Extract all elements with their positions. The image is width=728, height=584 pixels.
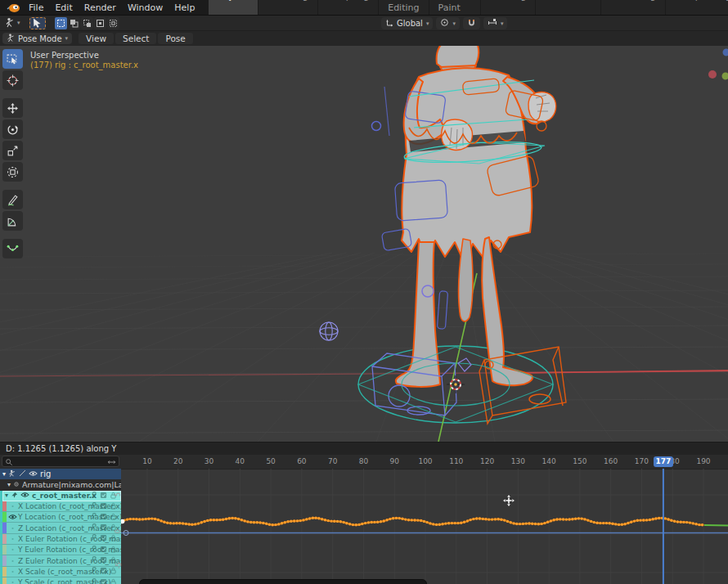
modifier-wrench-icon[interactable]: [90, 567, 97, 576]
mute-checkbox-icon[interactable]: [100, 502, 107, 511]
toe-control[interactable]: [458, 358, 471, 371]
menubar-menu-help[interactable]: Help: [169, 0, 200, 16]
editor-type-dropdown[interactable]: ▾: [3, 15, 22, 32]
object-channel-row[interactable]: ▾ rig: [0, 469, 121, 479]
tool-move-button[interactable]: [2, 98, 23, 118]
workspace-tab-rendering[interactable]: Rendering: [601, 0, 665, 15]
modifier-wrench-icon[interactable]: [90, 492, 97, 501]
tool-scale-button[interactable]: [2, 141, 23, 160]
workspace-tab-compositing[interactable]: Compositing: [666, 0, 728, 15]
viewport-3d-scene[interactable]: [0, 46, 728, 442]
transform-orientation-dropdown[interactable]: Global ▾: [381, 17, 433, 29]
lock-icon[interactable]: [110, 546, 117, 555]
workspace-tab-shading[interactable]: Shading: [481, 0, 536, 15]
modifier-wrench-icon[interactable]: [90, 502, 97, 511]
mute-checkbox-icon[interactable]: [100, 523, 107, 532]
fcurve-canvas[interactable]: [121, 469, 728, 584]
visibility-eye-icon[interactable]: [7, 514, 18, 520]
tool-measure-button[interactable]: [2, 211, 23, 231]
search-input[interactable]: [13, 456, 107, 466]
modifier-wrench-icon[interactable]: [90, 546, 97, 555]
modifier-wrench-icon[interactable]: [90, 513, 97, 522]
eye-icon[interactable]: [29, 469, 38, 478]
expand-triangle-icon[interactable]: ▾: [7, 482, 11, 488]
visibility-eye-icon[interactable]: [7, 568, 18, 575]
menubar-menu-render[interactable]: Render: [79, 0, 122, 16]
pivot-point-dropdown[interactable]: ▾: [436, 17, 460, 29]
empty-sphere-widget[interactable]: [320, 322, 338, 340]
workspace-tab-texture-paint[interactable]: Texture Paint: [429, 0, 480, 15]
menubar-menu-edit[interactable]: Edit: [49, 0, 78, 16]
active-tool-button[interactable]: [29, 17, 46, 29]
visibility-eye-icon[interactable]: [7, 503, 18, 510]
channel-row[interactable]: Z Location (c_root_master.x): [0, 523, 121, 533]
pin-icon[interactable]: [11, 492, 18, 501]
visibility-eye-icon[interactable]: [7, 579, 18, 584]
select-mode-new-button[interactable]: [55, 17, 67, 29]
modifier-wrench-icon[interactable]: [90, 556, 97, 565]
tool-cursor-button[interactable]: [2, 70, 23, 90]
navigation-gizmo[interactable]: [708, 49, 728, 80]
modifier-wrench-icon[interactable]: [90, 534, 97, 543]
visibility-eye-icon[interactable]: [7, 558, 18, 564]
channel-row[interactable]: X Location (c_root_master.x): [0, 501, 121, 512]
channel-row[interactable]: X Scale (c_root_master.x): [0, 567, 121, 577]
tool-breakdowner-button[interactable]: [2, 239, 23, 258]
eye-icon[interactable]: [20, 492, 29, 500]
tool-transform-button[interactable]: [2, 162, 23, 182]
lock-icon[interactable]: [110, 534, 117, 543]
channel-row[interactable]: Y Location (c_root_master.x): [0, 512, 121, 523]
channel-row[interactable]: Y Euler Rotation (c_root_master.x): [0, 545, 121, 555]
viewport-menu-select[interactable]: Select: [115, 33, 156, 44]
mute-checkbox-icon[interactable]: [100, 492, 107, 501]
lock-icon[interactable]: [110, 513, 117, 522]
chest-control-circle[interactable]: [372, 122, 381, 131]
modifier-wrench-icon[interactable]: [90, 578, 97, 584]
pin-slash-icon[interactable]: [19, 469, 26, 478]
tool-annotate-button[interactable]: [2, 190, 23, 209]
viewport-menu-view[interactable]: View: [79, 33, 114, 44]
tool-select-box-button[interactable]: [2, 49, 23, 69]
mode-dropdown[interactable]: Pose Mode ▾: [2, 33, 72, 44]
workspace-tab-modeling[interactable]: Modeling: [258, 0, 317, 15]
mute-checkbox-icon[interactable]: [100, 534, 107, 543]
workspace-tab-layout[interactable]: Layout: [209, 0, 257, 15]
expand-triangle-icon[interactable]: ▾: [2, 471, 6, 478]
blender-logo-icon[interactable]: [6, 2, 20, 13]
mute-checkbox-icon[interactable]: [100, 546, 107, 555]
group-channel-row[interactable]: ▾ c_root_master.x: [0, 491, 121, 501]
workspace-tab-sculpting[interactable]: Sculpting: [318, 0, 378, 15]
modifier-wrench-icon[interactable]: [90, 523, 97, 532]
select-mode-intersect-button[interactable]: [107, 17, 119, 29]
mute-checkbox-icon[interactable]: [100, 513, 107, 522]
viewport-3d[interactable]: User Perspective (177) rig : c_root_mast…: [0, 46, 728, 442]
visibility-eye-icon[interactable]: [7, 536, 18, 542]
timeline-ruler[interactable]: 1020304050607080901001101201301401501601…: [0, 455, 728, 469]
visibility-eye-icon[interactable]: [7, 546, 18, 553]
mute-checkbox-icon[interactable]: [100, 578, 107, 584]
menubar-menu-window[interactable]: Window: [122, 0, 169, 16]
arrows-h-icon[interactable]: [107, 455, 116, 469]
viewport-menu-pose[interactable]: Pose: [158, 33, 192, 44]
current-frame-indicator[interactable]: 177: [654, 456, 673, 467]
select-mode-subtract-button[interactable]: [81, 17, 93, 29]
snap-toggle-button[interactable]: [463, 17, 480, 29]
workspace-tab-uv-editing[interactable]: UV Editing: [379, 0, 428, 15]
lock-icon[interactable]: [110, 578, 117, 584]
expand-triangle-icon[interactable]: ▾: [5, 492, 8, 499]
lock-icon[interactable]: [110, 502, 117, 511]
horizontal-scrollbar[interactable]: [139, 579, 427, 584]
tool-rotate-button[interactable]: [2, 119, 23, 139]
snap-settings-dropdown[interactable]: ▾: [483, 17, 508, 29]
mute-checkbox-icon[interactable]: [100, 556, 107, 565]
channel-row[interactable]: X Euler Rotation (c_root_master.x): [0, 534, 121, 545]
channel-row[interactable]: Z Euler Rotation (c_root_master.x): [0, 555, 121, 566]
select-mode-invert-button[interactable]: [94, 17, 106, 29]
mute-checkbox-icon[interactable]: [100, 567, 107, 576]
action-channel-row[interactable]: ▾ Armature|mixamo.com|Layer0_n: [0, 479, 121, 490]
menubar-menu-file[interactable]: File: [23, 0, 49, 16]
select-mode-extend-button[interactable]: [68, 17, 80, 29]
channel-row[interactable]: Y Scale (c_root_master.x): [0, 577, 121, 584]
workspace-tab-animation[interactable]: Animation: [536, 0, 600, 15]
channel-search-box[interactable]: [2, 456, 119, 467]
